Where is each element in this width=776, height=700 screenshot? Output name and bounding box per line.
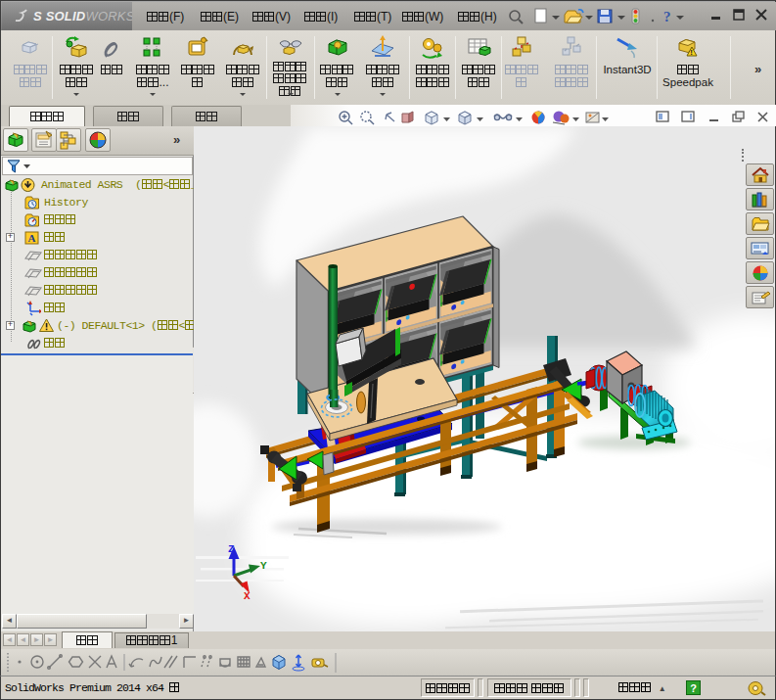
svg-text:X: X bbox=[244, 590, 251, 602]
svg-text:Y: Y bbox=[260, 560, 267, 572]
svg-text:A: A bbox=[28, 232, 36, 244]
svg-text:?: ? bbox=[663, 9, 671, 24]
svg-text:!: ! bbox=[690, 48, 693, 57]
svg-text:Z: Z bbox=[228, 543, 235, 555]
